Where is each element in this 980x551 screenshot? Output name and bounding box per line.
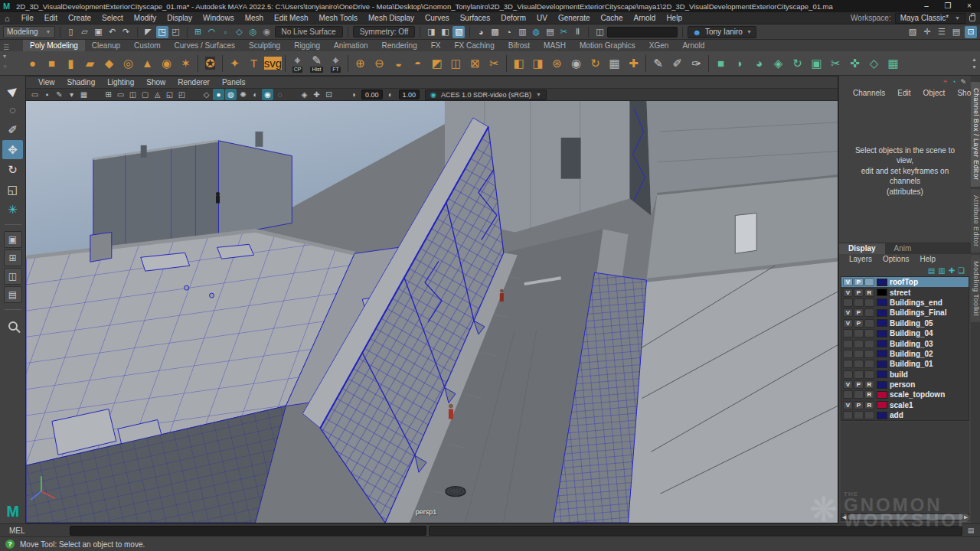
ipr-render-icon[interactable]: ◔ <box>502 26 514 38</box>
xray-joints-icon[interactable]: ✚ <box>311 89 322 100</box>
scrollbar-thumb[interactable] <box>848 514 963 520</box>
ep-curve-icon[interactable]: ✐ <box>668 53 687 74</box>
menu-item[interactable]: Generate <box>553 12 596 24</box>
layer-row[interactable]: Building_01 <box>841 359 969 369</box>
separate-icon[interactable]: ⊖ <box>370 53 389 74</box>
shelf-tab[interactable]: Rigging <box>287 40 327 51</box>
layer-row[interactable]: V P roofTop <box>841 277 969 287</box>
layer-reference-toggle[interactable] <box>864 319 874 328</box>
paint-select-tool[interactable]: ✐ <box>2 120 23 139</box>
layer-visibility-toggle[interactable] <box>843 390 853 399</box>
layer-reference-toggle[interactable] <box>864 360 874 368</box>
layer-editor-menu-item[interactable]: Help <box>914 253 941 266</box>
output-connections-icon[interactable]: ◧ <box>439 26 451 38</box>
shadows-icon[interactable]: ◐ <box>250 89 261 100</box>
scroll-down-icon[interactable]: ▼ <box>972 64 977 70</box>
scroll-right-icon[interactable]: ▶ <box>963 514 969 520</box>
layer-color-swatch[interactable] <box>877 360 887 368</box>
layer-color-swatch[interactable] <box>877 289 887 296</box>
menu-item[interactable]: Mesh Tools <box>314 12 363 24</box>
curve-star-icon[interactable]: ✦ <box>225 53 244 74</box>
pause-viewport-icon[interactable]: Ⅱ <box>571 26 583 38</box>
super-shapes-icon[interactable]: ✪ <box>201 53 220 74</box>
layer-row[interactable]: build <box>841 370 969 380</box>
scroll-left-icon[interactable]: ◀ <box>841 514 847 520</box>
shelf-tab[interactable]: Custom <box>127 40 167 51</box>
undo-icon[interactable]: ↶ <box>106 26 119 38</box>
layer-playback-toggle[interactable] <box>854 340 864 348</box>
layer-row[interactable]: Buildings_end <box>841 298 969 308</box>
maximize-button[interactable]: ❐ <box>937 0 959 12</box>
average-vertices-icon[interactable]: ⊛ <box>547 53 567 74</box>
layer-reference-toggle[interactable] <box>864 411 874 419</box>
arnold-renderview-icon[interactable]: ◍ <box>530 26 542 38</box>
shelf-tab[interactable]: Motion Graphics <box>573 40 642 51</box>
last-tool-used[interactable]: ✳ <box>2 200 23 219</box>
layer-reference-toggle[interactable] <box>864 340 874 348</box>
command-input[interactable] <box>70 526 426 536</box>
layer-reference-toggle[interactable]: R <box>864 289 874 297</box>
layer-playback-toggle[interactable]: P <box>854 401 864 409</box>
poly-cone-icon[interactable]: ▲ <box>138 53 157 74</box>
close-button[interactable]: × <box>959 0 980 12</box>
layout-uv-icon[interactable]: ▦ <box>884 53 903 74</box>
combine-icon[interactable]: ⊕ <box>351 53 370 74</box>
pin-panel-icon[interactable]: ⌖ <box>943 77 947 86</box>
layer-visibility-toggle[interactable] <box>843 350 853 358</box>
menu-item[interactable]: Surfaces <box>455 12 495 24</box>
menu-item[interactable]: Cache <box>596 12 629 24</box>
create-layer-from-selected-icon[interactable]: ❏ <box>958 266 965 275</box>
layer-reference-toggle[interactable]: R <box>864 390 874 399</box>
edit-channels-icon[interactable]: ✎ <box>960 78 966 86</box>
light-editor-icon[interactable]: ✂ <box>557 26 570 38</box>
lock-icon[interactable] <box>969 15 975 21</box>
menu-item[interactable]: Deform <box>495 12 531 24</box>
select-camera-icon[interactable]: ▭ <box>29 89 41 100</box>
image-plane-icon[interactable]: ▦ <box>78 89 90 100</box>
poly-cylinder-icon[interactable]: ▮ <box>61 53 80 74</box>
layer-editor-menu-item[interactable]: Layers <box>844 253 877 266</box>
boolean-difference-icon[interactable]: ◓ <box>408 53 427 74</box>
open-render-view-icon[interactable]: ◕ <box>475 26 487 38</box>
layer-row[interactable]: Building_03 <box>841 338 969 348</box>
render-current-frame-icon[interactable]: ▩ <box>488 26 501 38</box>
toggle-outliner-icon[interactable]: ▤ <box>950 26 962 38</box>
layer-row[interactable]: R scale_topdown <box>841 390 969 399</box>
layer-playback-toggle[interactable]: P <box>854 308 864 317</box>
layer-horizontal-scrollbar[interactable]: ◀ ▶ <box>841 513 969 521</box>
workspace-dropdown[interactable]: Maya Classic* ▼ <box>895 13 965 24</box>
bridge-icon[interactable]: ◫ <box>446 53 466 74</box>
construction-history-icon[interactable]: ▧ <box>452 26 465 38</box>
poly-capsule-icon[interactable]: ▰ <box>80 53 100 74</box>
shelf-tab[interactable]: FX <box>424 40 448 51</box>
zoom-tool-icon[interactable] <box>8 321 18 331</box>
menu-item[interactable]: Modify <box>129 12 162 24</box>
sidebar-tab[interactable]: Channel Box / Layer Editor <box>971 82 980 187</box>
poly-sphere-icon[interactable]: ● <box>23 53 42 74</box>
wireframe-icon[interactable]: ◇ <box>201 89 212 100</box>
layer-reference-toggle[interactable]: R <box>864 401 874 409</box>
toggle-modeling-toolkit-icon[interactable]: ⊡ <box>965 26 977 38</box>
channel-box-menu-item[interactable]: Channels <box>847 87 891 99</box>
safe-title-icon[interactable]: ◰ <box>176 89 188 100</box>
create-curve-icon[interactable]: ✎ <box>648 53 668 74</box>
spin-edge-icon[interactable]: ↻ <box>586 53 605 74</box>
scale-tool[interactable]: ◱ <box>2 180 23 199</box>
layer-playback-toggle[interactable]: P <box>854 289 864 297</box>
layer-playback-toggle[interactable] <box>854 360 864 368</box>
view-transform-dropdown[interactable]: ◉ ACES 1.0 SDR-video (sRGB) ▼ <box>425 90 547 100</box>
layer-row[interactable]: V P R person <box>841 380 969 390</box>
sort-layers-alphabetically-icon[interactable]: ▥ <box>938 266 945 275</box>
layer-playback-toggle[interactable] <box>854 298 864 307</box>
svg-tool-icon[interactable]: svg <box>263 53 283 74</box>
quad-draw-icon[interactable]: ✚ <box>624 53 643 74</box>
layer-color-swatch[interactable] <box>877 340 887 347</box>
isolate-select-icon[interactable]: ⊡ <box>323 89 335 100</box>
layer-row[interactable]: V P Building_05 <box>841 318 969 328</box>
snap-to-projected-center-icon[interactable]: ◇ <box>234 26 246 38</box>
select-by-component-icon[interactable]: ◰ <box>170 26 182 38</box>
panel-menu-item[interactable]: Panels <box>216 77 252 89</box>
layer-reference-toggle[interactable] <box>864 308 874 317</box>
shelf-scrollbar[interactable]: ▲ ▼ <box>972 57 977 70</box>
use-all-lights-icon[interactable]: ✺ <box>237 89 249 100</box>
